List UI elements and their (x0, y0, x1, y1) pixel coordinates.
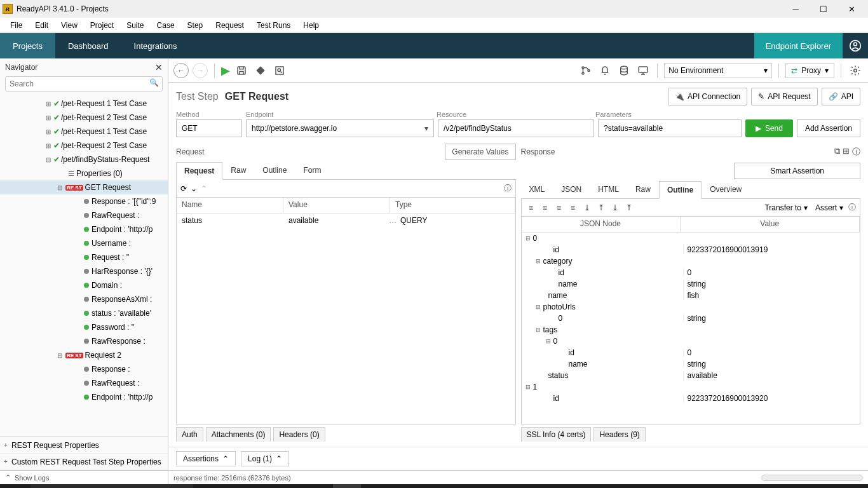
topnav-tab-integrations[interactable]: Integrations (121, 33, 190, 58)
tree-item[interactable]: ⊟RE STGET Request (0, 180, 168, 194)
topnav-tab-dashboard[interactable]: Dashboard (55, 33, 121, 58)
api-request-button[interactable]: ✎API Request (751, 88, 817, 105)
endpoint-select[interactable]: http://petstore.swagger.io▾ (246, 119, 434, 137)
virt-icon[interactable] (635, 63, 651, 78)
info-icon[interactable]: ⓘ (848, 202, 856, 213)
tree-item[interactable]: ⊞✔/pet-Request 1 Test Case (0, 97, 168, 111)
json-node-row[interactable]: namestring (522, 278, 860, 290)
menu-project[interactable]: Project (84, 20, 120, 31)
response-tab-overview[interactable]: Overview (702, 180, 750, 198)
chevron-up-icon[interactable]: ⌃ (201, 184, 207, 193)
align-left-icon[interactable]: ≡ (526, 202, 537, 214)
settings-icon[interactable] (848, 63, 863, 78)
cortana-icon[interactable]: ○ (221, 484, 249, 488)
response-tab-raw[interactable]: Raw (627, 180, 659, 198)
json-node-row[interactable]: ⊟tags (522, 324, 860, 336)
resource-field[interactable]: /v2/pet/findByStatus (438, 119, 594, 137)
response-tab-json[interactable]: JSON (553, 180, 590, 198)
bell-icon[interactable] (597, 63, 613, 78)
json-node-row[interactable]: ⊟0 (522, 336, 860, 347)
taskbar-decor-icon[interactable]: 🍂 (193, 484, 221, 488)
api-connection-button[interactable]: 🔌API Connection (668, 88, 747, 105)
run-button[interactable]: ▶ (221, 64, 230, 78)
send-button[interactable]: ▶ Send (745, 119, 793, 137)
endpoint-explorer-button[interactable]: Endpoint Explorer (754, 33, 843, 58)
close-button[interactable]: ✕ (837, 0, 865, 18)
json-node-row[interactable]: id9223372016900013919 (522, 244, 860, 255)
back-button[interactable]: ← (173, 63, 189, 78)
response-tab-html[interactable]: HTML (590, 180, 627, 198)
navigator-tree[interactable]: ⊞✔/pet-Request 1 Test Case⊞✔/pet-Request… (0, 95, 168, 437)
json-node-row[interactable]: namestring (522, 358, 860, 370)
json-node-row[interactable]: id0 (522, 267, 860, 278)
response-bottom-headers[interactable]: Headers (9) (593, 427, 645, 442)
topnav-tab-projects[interactable]: Projects (0, 33, 55, 58)
tree-item[interactable]: Endpoint : 'http://p (0, 390, 168, 404)
api-button[interactable]: 🔗API (822, 88, 860, 105)
tree-item[interactable]: ⊟✔/pet/findByStatus-Request (0, 152, 168, 166)
user-icon[interactable] (843, 33, 868, 58)
request-bottom-auth[interactable]: Auth (176, 427, 203, 442)
response-tab-xml[interactable]: XML (521, 180, 553, 198)
request-tab-outline[interactable]: Outline (254, 161, 295, 179)
menu-suite[interactable]: Suite (120, 20, 150, 31)
navigator-close-icon[interactable]: ✕ (155, 62, 163, 72)
edge-icon[interactable]: 🌐 (305, 484, 333, 488)
arrow-down-icon[interactable]: ⤓ (581, 202, 593, 214)
request-tab-form[interactable]: Form (295, 161, 329, 179)
request-tab-raw[interactable]: Raw (222, 161, 254, 179)
copy-icon[interactable]: ⧉ (834, 146, 840, 158)
align-right-icon[interactable]: ≡ (553, 202, 565, 214)
minimize-button[interactable]: ─ (782, 0, 810, 18)
diamond-icon[interactable] (253, 63, 268, 78)
request-grid[interactable]: statusavailable…QUERY (176, 213, 516, 424)
log-toggle[interactable]: Log (1) ⌃ (241, 451, 289, 466)
custom-rest-request-properties[interactable]: +Custom REST Request Test Step Propertie… (0, 454, 168, 470)
json-node-row[interactable]: statusavailable (522, 370, 860, 381)
tree-item[interactable]: HarResponse : '{}' (0, 264, 168, 278)
start-button[interactable] (0, 484, 31, 488)
info-icon[interactable]: ⓘ (504, 183, 512, 194)
menu-test-runs[interactable]: Test Runs (250, 20, 297, 31)
menu-edit[interactable]: Edit (29, 20, 55, 31)
response-bottom-ssl[interactable]: SSL Info (4 certs) (521, 427, 592, 442)
tree-item[interactable]: Password : '' (0, 320, 168, 334)
tree-item[interactable]: Request : '' (0, 250, 168, 264)
tree-item[interactable]: ⊞✔/pet-Request 1 Test Case (0, 125, 168, 139)
database-icon[interactable] (616, 63, 632, 78)
proxy-button[interactable]: ⇄Proxy▾ (785, 63, 834, 78)
align-center-icon[interactable]: ≡ (539, 202, 551, 214)
json-node-row[interactable]: ⊟category (522, 255, 860, 267)
response-tab-outline[interactable]: Outline (659, 181, 702, 199)
menu-step[interactable]: Step (181, 20, 210, 31)
json-node-row[interactable]: ⊟0 (522, 233, 860, 244)
environment-select[interactable]: No Environment▾ (664, 63, 772, 78)
chevron-down-icon[interactable]: ⌄ (191, 184, 197, 193)
arrow-down2-icon[interactable]: ⤓ (609, 202, 621, 214)
menu-view[interactable]: View (55, 20, 84, 31)
assertions-toggle[interactable]: Assertions ⌃ (176, 451, 236, 466)
tree-item[interactable]: RawRequest : (0, 376, 168, 390)
tree-item[interactable]: ☰Properties (0) (0, 166, 168, 180)
notifications-icon[interactable]: 💬 (840, 484, 868, 488)
assert-button[interactable]: Assert ▾ (813, 203, 846, 212)
menu-case[interactable]: Case (151, 20, 181, 31)
arrow-up-icon[interactable]: ⤒ (595, 202, 607, 214)
smart-assertion-button[interactable]: Smart Assertion (734, 163, 860, 179)
tree-item[interactable]: Domain : (0, 278, 168, 292)
json-node-row[interactable]: 0string (522, 313, 860, 324)
readyapi-taskbar-icon[interactable]: R (333, 484, 361, 488)
tree-item[interactable]: Endpoint : 'http://p (0, 222, 168, 236)
navigator-search-input[interactable] (5, 76, 163, 92)
info-icon[interactable]: ⓘ (852, 146, 860, 158)
save-icon[interactable] (234, 63, 249, 78)
json-node-row[interactable]: namefish (522, 290, 860, 301)
taskbar-search[interactable]: 🔍 Type here to search (31, 484, 193, 488)
forward-button[interactable]: → (193, 63, 208, 78)
tree-item[interactable]: ResponseAsXml : (0, 292, 168, 306)
request-bottom-headers[interactable]: Headers (0) (273, 427, 325, 442)
rest-request-properties[interactable]: +REST Request Properties (0, 437, 168, 454)
tree-item[interactable]: Username : (0, 236, 168, 250)
git-icon[interactable] (578, 63, 593, 78)
request-bottom-attachments[interactable]: Attachments (0) (206, 427, 271, 442)
